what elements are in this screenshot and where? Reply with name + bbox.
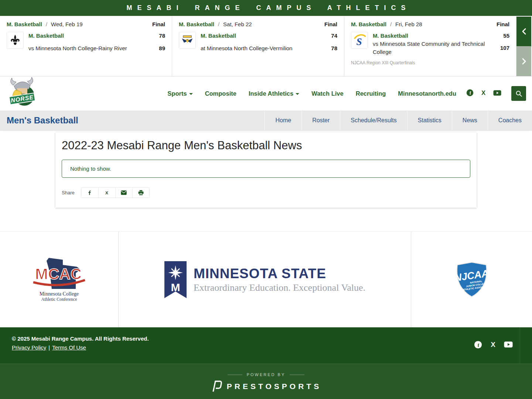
game-card: M. Basketball / Fri, Feb 28 Final S M. B… [344, 16, 516, 76]
footer-social-icons: f X [474, 341, 513, 350]
sponsor-njcaa[interactable]: NJCAA NATIONAL JUNIOR COLLEGE ATHLETIC A… [411, 232, 532, 327]
search-icon [515, 90, 522, 97]
news-card: 2022-23 Mesabi Range Men's Basketball Ne… [55, 132, 477, 208]
nav-watch-live[interactable]: Watch Live [311, 90, 344, 97]
game-separator: / [390, 21, 392, 27]
mnstate-tagline: Extraordinary Education. Exceptional Val… [194, 282, 365, 293]
prestosports-logo-icon [211, 380, 222, 393]
team-title: Men's Basketball [0, 115, 78, 126]
main-navigation: NORSE Sports Composite Inside Athletics … [0, 76, 532, 110]
scoreboard-prev-button[interactable] [516, 17, 531, 46]
sponsor-minnesota-state[interactable]: M MINNESOTA STATE Extraordinary Educatio… [118, 232, 411, 327]
chevron-down-icon [296, 93, 299, 95]
campus-athletics-title: MESABI RANGE CAMPUS ATHLETICS [121, 4, 410, 12]
svg-text:f: f [470, 91, 471, 96]
minnesota-state-pennant-icon: M [164, 261, 187, 299]
team-name-link[interactable]: M. Basketball [201, 32, 331, 40]
team-tab-schedule-results[interactable]: Schedule/Results [340, 110, 407, 130]
scoreboard-arrows [516, 16, 531, 76]
game-card: M. Basketball / Wed, Feb 19 Final M. Bas… [0, 16, 172, 76]
team-nav: Home Roster Schedule/Results Statistics … [265, 110, 532, 130]
team-score: 78 [159, 32, 165, 40]
nav-composite[interactable]: Composite [205, 90, 236, 97]
svg-text:X: X [481, 89, 485, 96]
chevron-left-icon [521, 27, 527, 35]
share-print-button[interactable] [132, 188, 149, 198]
nav-sports[interactable]: Sports [167, 90, 192, 97]
share-row: Share X [62, 187, 470, 198]
game-card: M. Basketball / Sat, Feb 22 Final M. Bas… [172, 16, 344, 76]
team-name-link[interactable]: M. Basketball [28, 32, 159, 40]
share-x-twitter-button[interactable]: X [98, 188, 115, 198]
opponent-score: 89 [159, 44, 165, 52]
svg-text:S: S [357, 36, 362, 47]
opponent-score: 107 [500, 44, 509, 52]
team-score: 74 [331, 32, 337, 40]
powered-by-label-row: POWERED BY [228, 372, 305, 377]
scoreboard-next-button[interactable] [516, 46, 531, 76]
opponent-name: vs Minnesota State Community and Technic… [373, 40, 500, 56]
site-footer: © 2025 Mesabi Range Campus. All Rights R… [0, 327, 532, 364]
youtube-icon[interactable] [493, 89, 501, 98]
mnstate-monogram: M [171, 281, 180, 293]
powered-by-strip: POWERED BY PRESTOSPORTS [0, 364, 532, 399]
sponsor-strip: MCAC Minnesota College Athletic Conferen… [0, 231, 532, 327]
sponsor-mcac[interactable]: MCAC Minnesota College Athletic Conferen… [0, 232, 118, 327]
x-twitter-icon: X [104, 190, 109, 195]
x-twitter-icon[interactable]: X [480, 89, 487, 98]
nav-inside-athletics[interactable]: Inside Athletics [249, 90, 299, 97]
team-tab-news[interactable]: News [452, 110, 488, 130]
x-twitter-icon[interactable]: X [489, 341, 497, 350]
team-tab-statistics[interactable]: Statistics [407, 110, 452, 130]
nav-recruiting[interactable]: Recruiting [356, 90, 386, 97]
team-score: 55 [503, 32, 509, 40]
facebook-icon[interactable]: f [474, 341, 482, 350]
prestosports-link[interactable]: PRESTOSPORTS [211, 380, 321, 393]
game-status: Final [152, 21, 165, 27]
mcac-acronym: MCAC [35, 265, 82, 283]
empty-state-message: Nothing to show. [62, 160, 470, 178]
opponent-logo-vermilion-icon [179, 32, 196, 49]
opponent-name: vs Minnesota North College-Rainy River [28, 44, 159, 52]
share-facebook-button[interactable] [81, 188, 98, 198]
mcac-logo-icon: MCAC Minnesota College Athletic Conferen… [27, 256, 92, 303]
game-sport-link[interactable]: M. Basketball [351, 21, 386, 27]
printer-icon [138, 190, 144, 195]
team-bar: Men's Basketball Home Roster Schedule/Re… [0, 110, 532, 130]
game-date: Sat, Feb 22 [223, 21, 252, 27]
footer-divider-line [520, 327, 520, 364]
opponent-name: at Minnesota North College-Vermilion [201, 44, 331, 52]
opponent-logo-rainy-river-icon [7, 32, 24, 49]
team-tab-home[interactable]: Home [265, 110, 301, 130]
svg-text:X: X [105, 190, 108, 195]
game-sport-link[interactable]: M. Basketball [7, 21, 42, 27]
legal-divider: | [48, 344, 50, 351]
norse-logo[interactable]: NORSE [7, 77, 36, 110]
search-button[interactable] [511, 86, 526, 101]
opponent-score: 78 [331, 44, 337, 52]
nav-social-icons: f X [466, 89, 501, 98]
mcac-caption-line2: Athletic Conference [41, 297, 77, 302]
team-name-link[interactable]: M. Basketball [373, 32, 503, 40]
privacy-policy-link[interactable]: Privacy Policy [12, 344, 46, 351]
facebook-icon[interactable]: f [466, 89, 474, 98]
youtube-icon[interactable] [504, 341, 513, 350]
facebook-f-icon [87, 190, 92, 195]
game-date: Fri, Feb 28 [395, 21, 422, 27]
mcac-caption-line1: Minnesota College [40, 291, 79, 297]
share-email-button[interactable] [115, 188, 132, 198]
nav-minnesotanorth-edu[interactable]: Minnesotanorth.edu [398, 90, 456, 97]
main-content: 2022-23 Mesabi Range Men's Basketball Ne… [0, 132, 532, 231]
opponent-logo-mstate-icon: S [351, 32, 368, 49]
game-status: Final [497, 21, 509, 27]
team-tab-roster[interactable]: Roster [301, 110, 340, 130]
page-title: 2022-23 Mesabi Range Men's Basketball Ne… [62, 139, 470, 152]
terms-of-use-link[interactable]: Terms Of Use [52, 344, 86, 351]
decorative-line [290, 375, 304, 375]
team-tab-coaches[interactable]: Coaches [488, 110, 532, 130]
nav-links: Sports Composite Inside Athletics Watch … [167, 86, 526, 101]
game-status: Final [324, 21, 337, 27]
game-sport-link[interactable]: M. Basketball [179, 21, 214, 27]
norse-viking-logo-icon: NORSE [7, 77, 36, 108]
share-buttons: X [81, 187, 150, 198]
